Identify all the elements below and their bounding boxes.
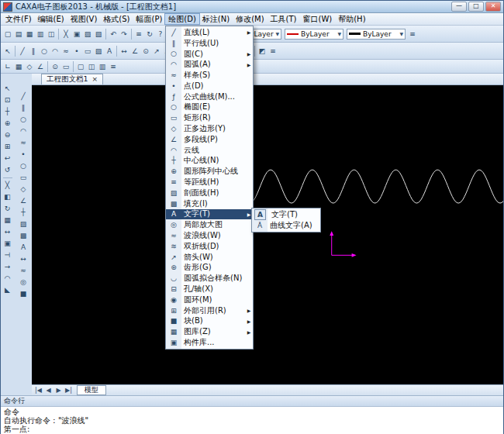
undo-icon[interactable]: ↶ (108, 28, 119, 40)
cut-icon[interactable]: ╳ (60, 28, 71, 40)
spline-icon[interactable]: ≈ (60, 45, 71, 57)
menubar-item[interactable]: 格式(S) (100, 14, 133, 24)
zoom-all-icon[interactable]: ⊞ (2, 141, 13, 153)
toolbar-options-icon[interactable]: ≡ (108, 60, 119, 73)
zoom-window-icon[interactable]: ⊡ (2, 95, 13, 106)
draw-menu-item[interactable]: ▭矩形(R) (166, 112, 253, 123)
dynamic-input-icon[interactable]: ▭ (60, 60, 71, 73)
select-icon[interactable]: ↖ (2, 45, 13, 57)
menubar-item[interactable]: 工具(T) (268, 14, 300, 24)
paste-icon[interactable]: ▨ (82, 28, 93, 40)
menubar-item[interactable]: 标注(N) (199, 14, 233, 24)
submenu-item[interactable]: A文字(T) (252, 209, 320, 220)
redraw-icon[interactable]: ↺ (2, 164, 13, 176)
leader-icon[interactable]: ↗ (151, 45, 162, 57)
zoom-out-icon[interactable]: ⊖ (2, 129, 13, 141)
erase-icon[interactable]: ╳ (2, 180, 13, 191)
zoom-in-icon[interactable]: ⊕ (2, 118, 13, 129)
extend-icon[interactable]: → (2, 261, 13, 273)
draw-menu-item[interactable]: ≈波浪线(W) (166, 230, 253, 241)
draw-menu-item[interactable]: ƒ公式曲线(M)... (166, 91, 253, 102)
lineweight-select[interactable]: ByLayer ▼ (347, 29, 406, 40)
draw-menu-item[interactable]: ≋双折线(D) (166, 241, 253, 252)
arc-tool-icon[interactable]: ◠ (18, 126, 29, 137)
parallel-line-tool-icon[interactable]: ∥ (18, 102, 29, 114)
pan-icon[interactable]: ┼ (2, 106, 13, 118)
print-preview-icon[interactable]: ◫ (46, 28, 57, 40)
grid-mode-icon[interactable]: ▦ (13, 60, 24, 73)
draw-menu-item[interactable]: ≈样条(S) (166, 70, 253, 81)
new-window-icon[interactable]: ▢ (75, 60, 86, 73)
document-tab[interactable]: 工程图文档1 × (41, 74, 103, 84)
draw-menu-item[interactable]: •点(D) (166, 81, 253, 91)
point-tool-icon[interactable]: • (18, 149, 29, 160)
menubar-item[interactable]: 幅面(P) (133, 14, 166, 24)
arc-icon[interactable]: ◠ (50, 45, 60, 57)
ortho-mode-icon[interactable]: ∟ (2, 60, 13, 73)
hatch-tool-icon[interactable]: ▨ (18, 219, 29, 230)
format-painter-icon[interactable]: ▧ (93, 28, 104, 40)
draw-menu-item[interactable]: ▨剖面线(H) (166, 188, 253, 198)
text-tool-icon[interactable]: A (18, 242, 29, 253)
draw-menu-item[interactable]: ○椭圆(E) (166, 102, 253, 113)
block-tool-icon[interactable]: ■ (18, 288, 29, 300)
help-icon[interactable]: ? (155, 28, 166, 40)
cascade-windows-icon[interactable]: ◫ (86, 60, 97, 73)
submenu-item[interactable]: Ã曲线文字(A) (252, 220, 320, 231)
redo-icon[interactable]: ↷ (119, 28, 129, 40)
menubar-item[interactable]: 窗口(W) (300, 14, 336, 24)
tile-windows-icon[interactable]: ▥ (97, 60, 108, 73)
trim-icon[interactable]: ⊣ (2, 250, 13, 261)
maximize-button[interactable]: □ (468, 2, 484, 12)
menubar-item[interactable]: 修改(M) (233, 14, 267, 24)
open-file-icon[interactable]: ▤ (13, 28, 24, 40)
minimize-button[interactable]: — (451, 2, 467, 12)
drawing-canvas[interactable] (32, 85, 503, 384)
menubar-item[interactable]: 文件(F) (2, 14, 35, 24)
draw-menu-item[interactable]: ◡圆弧拟合样条(N) (166, 273, 253, 284)
rotate-icon[interactable]: ↻ (2, 203, 13, 215)
new-file-icon[interactable]: ▢ (2, 28, 13, 40)
linetype-select[interactable]: ByLayer ▼ (285, 29, 343, 40)
polygon-tool-icon[interactable]: ◇ (18, 184, 29, 195)
properties-list-icon[interactable]: ≡ (407, 28, 418, 40)
draw-menu-item[interactable]: ▣构件库... (166, 337, 253, 348)
detail-view-tool-icon[interactable]: ◎ (18, 277, 29, 288)
polyline-tool-icon[interactable]: ∠ (18, 195, 29, 207)
text-icon[interactable]: A (104, 45, 115, 57)
command-input-area[interactable]: 命令自动执行命令："波浪线"第一点: (1, 407, 503, 434)
circle-icon[interactable]: ○ (39, 45, 50, 57)
draw-menu-item[interactable]: ▩填充(I) (166, 198, 253, 209)
ellipse-tool-icon[interactable]: ○ (18, 160, 29, 172)
object-snap-icon[interactable]: ⊙ (50, 60, 60, 73)
tab-close-icon[interactable]: × (92, 76, 98, 83)
draw-menu-item[interactable]: ⊕圆形阵列中心线 (166, 166, 253, 177)
hatch-icon[interactable]: ▨ (93, 45, 104, 57)
draw-menu-item[interactable]: ⊟孔/轴(X) (166, 284, 253, 294)
menubar-item[interactable]: 帮助(H) (335, 14, 368, 24)
draw-menu-item[interactable]: ≡等距线(H) (166, 177, 253, 188)
centerline-tool-icon[interactable]: ┼ (18, 207, 29, 219)
model-tab[interactable]: 模型 (77, 385, 106, 395)
line-icon[interactable]: ╱ (17, 45, 28, 57)
menubar-item[interactable]: 绘图(D) (165, 14, 199, 24)
close-button[interactable]: ✕ (485, 2, 501, 12)
chamfer-icon[interactable]: ◣ (2, 284, 13, 296)
draw-menu-item[interactable]: ↗箭头(W) (166, 252, 253, 263)
tab-nav-prev-button[interactable]: ◀ (43, 387, 54, 394)
move-icon[interactable]: ↔ (2, 226, 13, 238)
point-icon[interactable]: • (71, 45, 82, 57)
object-properties-icon[interactable]: ≡ (133, 28, 144, 40)
dimension-tool-icon[interactable]: ↔ (18, 253, 29, 265)
draw-menu-item[interactable]: A文字(T)▶ (166, 209, 253, 220)
fill-tool-icon[interactable]: ▩ (18, 230, 29, 242)
menubar-item[interactable]: 视图(V) (67, 14, 101, 24)
angular-dimension-icon[interactable]: ∠ (129, 45, 140, 57)
options-icon[interactable]: ≡ (268, 45, 278, 57)
draw-menu-item[interactable]: ▦图库(Z)▶ (166, 326, 253, 337)
draw-menu-item[interactable]: ■块(B)▶ (166, 316, 253, 327)
draw-menu-item[interactable]: ○圆(C)▶ (166, 49, 253, 60)
polar-mode-icon[interactable]: ∠ (35, 60, 46, 73)
mirror-icon[interactable]: ◧ (2, 191, 13, 203)
draw-menu-item[interactable]: ∠多段线(P) (166, 134, 253, 145)
